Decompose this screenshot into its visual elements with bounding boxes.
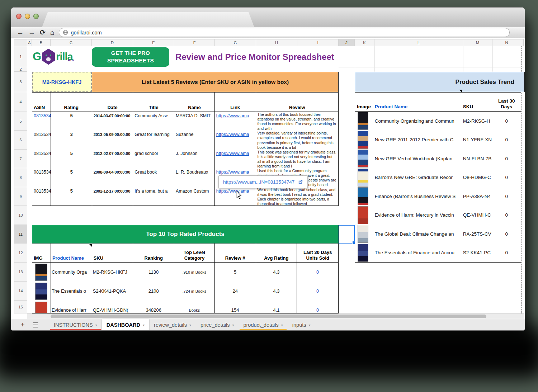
avg-rating-cell[interactable]: 4.3 — [256, 263, 297, 282]
url-bar[interactable]: gorillaroi.com — [59, 28, 510, 37]
row-header-13[interactable]: 13 — [14, 263, 27, 282]
minimize-window-button[interactable] — [25, 14, 30, 19]
row-header-6[interactable]: 6 — [14, 131, 27, 150]
row-header-2[interactable]: 2 — [14, 67, 27, 72]
product-name-cell[interactable]: The Essentials o — [51, 282, 92, 301]
link-cell[interactable]: https://www.ama — [215, 112, 256, 131]
col-header-date[interactable]: Date — [92, 93, 133, 112]
units-cell[interactable]: 0 — [492, 212, 521, 218]
link-cell[interactable]: https://www.ama — [215, 150, 256, 168]
review-text-cell[interactable]: Very detailed, variety of interesting po… — [256, 131, 338, 149]
product-name-cell[interactable]: Finance (Barron's Business Review S — [375, 194, 463, 199]
zoom-window-button[interactable] — [33, 14, 39, 19]
product-image-cell[interactable] — [32, 301, 51, 313]
rating-cell[interactable]: 5 — [51, 112, 92, 131]
name-cell[interactable]: L. R. Boudreaux — [174, 168, 215, 187]
column-header-D[interactable]: D — [92, 39, 133, 46]
date-cell[interactable]: 2014-03-07 00:00:00 — [92, 112, 133, 131]
name-cell[interactable]: Amazon Custom — [174, 187, 215, 206]
col-header-review[interactable]: Review — [256, 93, 338, 112]
column-header-J[interactable]: J — [339, 39, 355, 46]
asin-cell[interactable]: 08135347 — [32, 187, 51, 206]
name-cell[interactable]: J. Johnson — [174, 150, 215, 168]
sku-cell[interactable]: QE-VHMH-GDN( — [92, 301, 133, 313]
row-header-12[interactable]: 12 — [14, 244, 27, 263]
column-header-F[interactable]: F — [174, 39, 215, 46]
col-header-top-level-category[interactable]: Top Level Category — [174, 244, 215, 262]
product-name-cell[interactable]: Barron's New GRE: Graduate Recor — [375, 175, 463, 180]
sheet-tab[interactable]: DASHBOARD ▾ — [102, 319, 149, 331]
col-header-units-sold[interactable]: Last 30 Days Units Sold — [297, 244, 338, 262]
product-image-cell[interactable] — [355, 169, 375, 186]
product-image-cell[interactable] — [355, 150, 375, 167]
row-header-5[interactable]: 5 — [14, 112, 27, 131]
top10-banner[interactable]: Top 10 Top Rated Products — [32, 225, 339, 244]
sku-cell[interactable]: PP-A38A-N4 — [463, 194, 492, 199]
date-cell[interactable]: 2012-02-07 00:00:00 — [92, 150, 133, 168]
sheet-tab[interactable]: price_details ▾ — [196, 319, 239, 331]
row-header-3[interactable]: 3 — [14, 72, 27, 92]
product-image-cell[interactable] — [355, 244, 375, 262]
name-cell[interactable]: MARCIA D. SMIT — [174, 112, 215, 131]
col-header-rating[interactable]: Rating — [51, 93, 92, 112]
sales-trend-banner[interactable]: Product Sales Trend — [355, 72, 525, 92]
category-cell[interactable]: ,910 in Books — [174, 263, 215, 282]
sheet-tab[interactable]: review_details ▾ — [149, 319, 196, 331]
title-cell[interactable]: grad school — [133, 150, 174, 168]
sku-cell[interactable]: M2-RKSG-HKFJ — [92, 263, 133, 282]
tab-dropdown-arrow[interactable]: ▾ — [95, 323, 97, 327]
col-header-asin[interactable]: ASIN — [32, 93, 51, 112]
title-cell[interactable]: Community Asse — [133, 112, 174, 131]
sku-cell[interactable]: S2-KK41-PC — [463, 250, 492, 255]
name-cell[interactable]: Suzanne — [174, 131, 215, 149]
col-header-product-name[interactable]: Product Name — [375, 93, 463, 111]
product-name-cell[interactable]: Community Organizing and Commun — [375, 118, 463, 124]
home-button[interactable]: ⌂ — [50, 29, 54, 37]
product-name-cell[interactable]: New GRE 2011-2012 Premier with C — [375, 137, 463, 142]
product-name-cell[interactable]: Evidence of Harm: Mercury in Vaccin — [375, 212, 463, 218]
row-header-14[interactable]: 14 — [14, 282, 27, 301]
col-header-link[interactable]: Link — [215, 93, 256, 112]
sku-cell[interactable]: O8-HDMG-C — [463, 175, 492, 180]
review-count-cell[interactable]: 154 — [215, 301, 256, 313]
product-name-cell[interactable]: Community Orga — [51, 263, 92, 282]
col-header-sku[interactable]: SKU — [92, 244, 133, 262]
column-header-G[interactable]: G — [215, 39, 256, 46]
units-cell[interactable]: 0 — [492, 231, 521, 237]
product-image-cell[interactable] — [355, 206, 375, 224]
col-header-last-30-days[interactable]: Last 30 Days — [492, 93, 521, 111]
product-image-cell[interactable] — [32, 263, 51, 282]
row-header-7[interactable]: 7 — [14, 150, 27, 168]
row-header-10[interactable]: 10 — [14, 206, 27, 225]
units-cell[interactable]: 0 — [492, 118, 521, 124]
column-header-L[interactable]: L — [374, 39, 463, 46]
external-link-icon[interactable] — [298, 179, 303, 185]
get-pro-spreadsheets-button[interactable]: GET THE PRO SPREADSHEETS — [92, 47, 169, 67]
ranking-cell[interactable]: 1130 — [133, 263, 174, 282]
column-header-B[interactable]: B — [32, 39, 51, 46]
sku-cell[interactable]: S2-KK41-PQKA — [92, 282, 133, 301]
asin-cell[interactable]: 08135347 — [32, 112, 51, 131]
sku-cell[interactable]: N1-YFRF-XN — [463, 137, 492, 142]
forward-button[interactable]: → — [28, 29, 35, 37]
sku-cell[interactable]: M2-RKSG-H — [463, 118, 492, 124]
all-sheets-menu-button[interactable]: ☰ — [29, 319, 42, 331]
product-image-cell[interactable] — [355, 112, 375, 130]
product-name-cell[interactable]: The Essentials of Finance and Accou — [375, 250, 463, 255]
link-cell[interactable]: https://www.ama — [215, 187, 256, 206]
column-header-partial[interactable] — [521, 39, 524, 46]
col-header-ranking[interactable]: Ranking — [133, 244, 174, 262]
scrollbar-thumb[interactable] — [51, 315, 486, 318]
review-count-cell[interactable]: 5 — [215, 263, 256, 282]
row-header-1[interactable]: 1 — [14, 46, 27, 67]
horizontal-scrollbar[interactable] — [27, 313, 524, 319]
title-cell[interactable]: Great for learning — [133, 131, 174, 149]
sku-cell[interactable]: QE-VHMH-C — [463, 212, 492, 218]
column-header-A[interactable]: A — [27, 39, 32, 46]
sku-cell[interactable]: RA-25TS-CV — [463, 231, 492, 237]
product-image-cell[interactable] — [355, 225, 375, 243]
column-header-N[interactable]: N — [492, 39, 521, 46]
column-header-H[interactable]: H — [256, 39, 297, 46]
asin-cell[interactable]: 08135347 — [32, 168, 51, 187]
units-cell[interactable]: 0 — [492, 156, 521, 161]
